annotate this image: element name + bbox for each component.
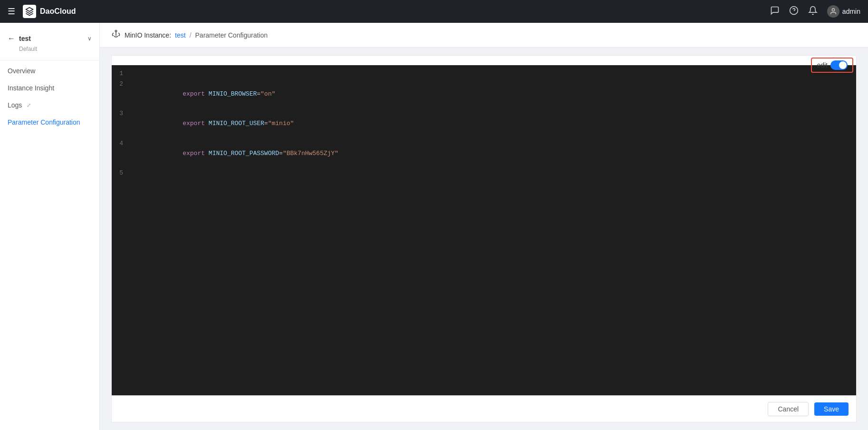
breadcrumb: MinIO Instance: test / Parameter Configu… xyxy=(100,23,868,48)
sidebar-item-instance-insight[interactable]: Instance Insight xyxy=(0,79,99,97)
avatar xyxy=(827,5,839,18)
keyword-export-2: export xyxy=(183,120,209,127)
line-number-5: 5 xyxy=(112,168,131,178)
var-name-3: MINIO_ROOT_PASSWORD xyxy=(209,150,279,157)
breadcrumb-prefix: MinIO Instance: xyxy=(125,31,171,39)
cancel-button[interactable]: Cancel xyxy=(768,402,809,416)
sidebar-back-button[interactable]: ← test ∨ xyxy=(0,30,99,45)
line-number-2: 2 xyxy=(112,79,131,89)
string-val-3: "BBk7nHw565ZjY" xyxy=(283,150,338,157)
sidebar-default-label: Default xyxy=(0,45,99,58)
line-number-3: 3 xyxy=(112,109,131,119)
logo: DaoCloud xyxy=(23,5,76,18)
line-content-4: export MINIO_ROOT_PASSWORD="BBk7nHw565Zj… xyxy=(131,139,856,168)
string-val: "on" xyxy=(260,90,275,98)
sidebar-item-parameter-configuration-label: Parameter Configuration xyxy=(8,118,80,126)
sidebar-divider xyxy=(0,60,99,60)
save-button[interactable]: Save xyxy=(814,402,849,416)
top-navigation: ☰ DaoCloud admin xyxy=(0,0,868,23)
equals: = xyxy=(257,90,260,98)
line-number-4: 4 xyxy=(112,139,131,149)
code-line-3: 3 export MINIO_ROOT_USER="minio" xyxy=(112,109,856,138)
sidebar: ← test ∨ Default Overview Instance Insig… xyxy=(0,23,100,430)
help-icon[interactable] xyxy=(789,6,799,18)
keyword-export-3: export xyxy=(183,150,209,157)
line-content-2: export MINIO_BROWSER="on" xyxy=(131,79,856,109)
edit-bar: edit xyxy=(111,55,857,65)
edit-toggle[interactable] xyxy=(830,60,848,70)
sidebar-item-overview[interactable]: Overview xyxy=(0,62,99,79)
string-val-2: "minio" xyxy=(268,120,294,127)
equals-3: = xyxy=(279,150,283,157)
code-editor[interactable]: 1 2 export MINIO_BROWSER="on" 3 export M… xyxy=(111,65,857,396)
minio-icon xyxy=(111,29,121,41)
equals-2: = xyxy=(264,120,268,127)
line-number-1: 1 xyxy=(112,69,131,79)
code-line-5: 5 xyxy=(112,168,856,179)
line-content-3: export MINIO_ROOT_USER="minio" xyxy=(131,109,856,138)
content-area: edit 1 2 export MINIO_BROWSER="on" xyxy=(100,48,868,430)
sidebar-item-overview-label: Overview xyxy=(8,67,35,75)
admin-user[interactable]: admin xyxy=(827,5,860,18)
code-line-2: 2 export MINIO_BROWSER="on" xyxy=(112,79,856,109)
bell-icon[interactable] xyxy=(808,6,818,18)
var-name: MINIO_BROWSER xyxy=(209,90,257,98)
sidebar-item-logs[interactable]: Logs ⤢ xyxy=(0,97,99,114)
sidebar-item-logs-label: Logs xyxy=(8,101,22,109)
edit-toggle-container: edit xyxy=(811,58,853,73)
breadcrumb-current: Parameter Configuration xyxy=(195,31,268,39)
admin-label: admin xyxy=(842,8,860,15)
svg-point-3 xyxy=(115,30,116,32)
logo-text: DaoCloud xyxy=(40,7,76,16)
code-line-4: 4 export MINIO_ROOT_PASSWORD="BBk7nHw565… xyxy=(112,139,856,168)
var-name-2: MINIO_ROOT_USER xyxy=(209,120,264,127)
external-link-icon: ⤢ xyxy=(27,102,31,108)
code-wrapper: edit 1 2 export MINIO_BROWSER="on" xyxy=(111,55,857,422)
sidebar-instance-name: test xyxy=(19,35,31,42)
edit-label: edit xyxy=(817,61,828,69)
logo-icon xyxy=(23,5,36,18)
chat-icon[interactable] xyxy=(770,6,780,18)
breadcrumb-separator: / xyxy=(190,31,192,39)
chevron-down-icon: ∨ xyxy=(87,35,92,42)
main-content: MinIO Instance: test / Parameter Configu… xyxy=(100,23,868,430)
hamburger-menu[interactable]: ☰ xyxy=(8,6,15,17)
back-arrow-icon: ← xyxy=(8,34,15,43)
sidebar-item-parameter-configuration[interactable]: Parameter Configuration xyxy=(0,114,99,131)
keyword-export: export xyxy=(183,90,209,98)
footer-bar: Cancel Save xyxy=(111,396,857,422)
breadcrumb-instance-link[interactable]: test xyxy=(175,31,186,39)
svg-point-2 xyxy=(832,9,834,11)
code-line-1: 1 xyxy=(112,69,856,79)
sidebar-item-instance-insight-label: Instance Insight xyxy=(8,84,54,92)
